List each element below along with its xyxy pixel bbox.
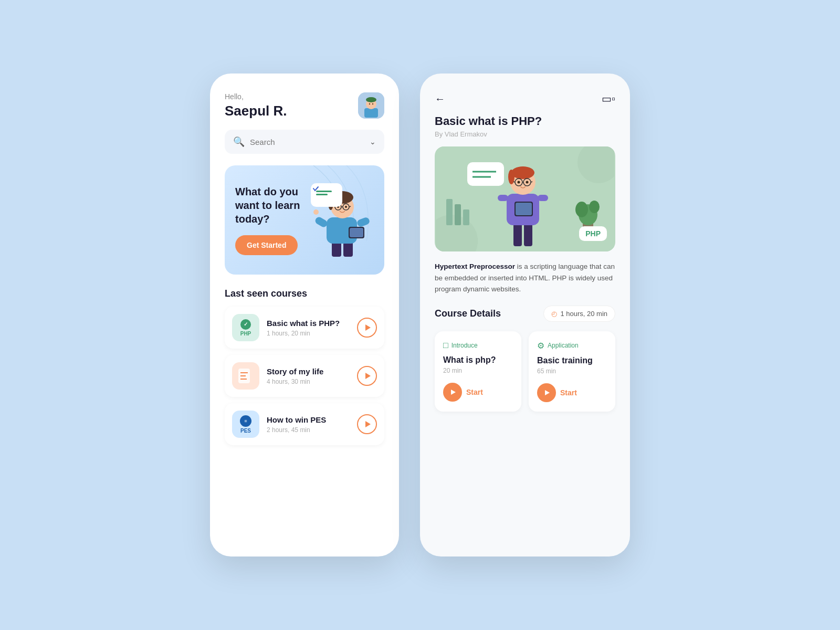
left-phone: Hello, Saepul R. 🔍 ⌄ [210,74,399,556]
right-phone: ← ▭▫ Basic what is PHP? By Vlad Ermakov [420,74,630,556]
svg-line-55 [531,182,532,182]
module-type-label-1: Application [548,342,579,349]
course-duration-pes: 2 hours, 45 min [267,426,350,434]
course-name-story: Story of my life [267,367,350,376]
play-button-php[interactable] [357,318,377,338]
get-started-button[interactable]: Get Started [235,235,298,255]
course-thumb-pes: ≡ PES [232,411,259,438]
svg-rect-35 [455,204,461,225]
start-circle-0 [443,383,462,402]
play-button-pes[interactable] [357,414,377,434]
description-bold: Hypertext Preprocessor [435,262,515,270]
introduce-icon: □ [443,341,448,350]
start-circle-1 [537,383,556,402]
back-icon[interactable]: ← [435,93,445,105]
svg-point-5 [372,103,373,104]
start-play-icon-1 [545,390,550,395]
details-row: Course Details ◴ 1 hours, 20 min [435,306,615,322]
banner-card [311,183,342,207]
duration-badge: ◴ 1 hours, 20 min [543,306,615,322]
svg-rect-34 [446,199,453,225]
clock-icon: ◴ [551,310,557,318]
svg-point-61 [589,201,600,213]
greeting-text: Hello, [225,92,287,101]
svg-rect-8 [316,194,328,195]
module-duration-0: 20 min [443,367,513,374]
course-info-story: Story of my life 4 hours, 30 min [267,367,350,385]
module-card-introduce: □ Introduce What is php? 20 min Start [435,331,521,412]
course-name-pes: How to win PES [267,415,350,424]
start-button-0[interactable]: Start [443,383,513,402]
author-text: By Vlad Ermakov [435,130,615,138]
module-type-introduce: □ Introduce [443,341,513,350]
story-icon [236,366,255,385]
svg-point-3 [366,97,376,102]
svg-rect-36 [463,209,469,225]
duration-text: 1 hours, 20 min [560,310,607,318]
course-thumb-php: ✓ PHP [232,314,259,341]
bookmark-icon[interactable]: ▭▫ [602,92,615,105]
svg-point-60 [575,202,588,217]
svg-point-49 [511,166,534,179]
module-type-application: ⚙ Application [537,341,607,351]
svg-line-53 [513,182,515,182]
svg-point-26 [313,209,319,215]
play-icon-pes [365,421,371,427]
course-info-php: Basic what is PHP? 1 hours, 20 min [267,319,350,337]
svg-rect-15 [350,228,363,237]
svg-rect-12 [314,216,329,228]
course-duration-php: 1 hours, 20 min [267,330,350,337]
start-play-icon-0 [451,390,456,395]
start-button-1[interactable]: Start [537,383,607,402]
svg-rect-45 [516,203,532,215]
module-duration-1: 65 min [537,368,607,375]
chevron-down-icon[interactable]: ⌄ [370,138,376,146]
banner-title: What do you want to learn today? [235,185,306,226]
svg-rect-37 [467,162,504,186]
play-icon-php [365,324,371,331]
top-nav: ← ▭▫ [435,92,615,105]
svg-rect-7 [316,191,332,192]
search-bar[interactable]: 🔍 ⌄ [225,130,384,154]
svg-rect-47 [538,195,548,201]
svg-point-57 [526,181,529,184]
course-description: Hypertext Preprocessor is a scripting la… [435,261,615,295]
play-button-story[interactable] [357,366,377,386]
avatar-image [358,92,384,119]
svg-point-25 [345,206,347,208]
avatar[interactable] [358,92,384,119]
course-thumb-story [232,362,259,390]
search-input[interactable] [250,138,364,146]
course-card-story[interactable]: Story of my life 4 hours, 30 min [225,355,384,397]
details-label: Course Details [435,308,501,319]
course-card-php[interactable]: ✓ PHP Basic what is PHP? 1 hours, 20 min [225,307,384,349]
search-icon: 🔍 [233,136,245,148]
banner: What do you want to learn today? Get Sta… [225,165,384,275]
module-type-label-0: Introduce [452,342,478,349]
course-card-pes[interactable]: ≡ PES How to win PES 2 hours, 45 min [225,403,384,445]
pes-icon: ≡ [240,415,251,427]
start-label-1: Start [560,388,577,397]
application-icon: ⚙ [537,341,544,351]
course-duration-story: 4 hours, 30 min [267,378,350,385]
svg-line-23 [349,206,351,207]
module-card-application: ⚙ Application Basic training 65 min Star… [529,331,615,412]
course-name-php: Basic what is PHP? [267,319,350,328]
module-name-0: What is php? [443,355,513,365]
user-name: Saepul R. [225,103,287,119]
svg-point-56 [518,181,520,184]
course-image: PHP [435,146,615,251]
start-label-0: Start [466,388,483,396]
header-row: Hello, Saepul R. [225,92,384,119]
banner-content: What do you want to learn today? Get Sta… [235,185,306,255]
php-badge: PHP [579,226,607,241]
svg-rect-1 [364,108,378,118]
course-info-pes: How to win PES 2 hours, 45 min [267,415,350,434]
svg-rect-13 [356,216,370,227]
last-seen-label: Last seen courses [225,288,384,299]
course-title: Basic what is PHP? [435,114,615,128]
greeting-block: Hello, Saepul R. [225,92,287,119]
banner-illustration [306,178,374,262]
svg-rect-46 [498,195,508,201]
svg-point-4 [369,103,370,104]
